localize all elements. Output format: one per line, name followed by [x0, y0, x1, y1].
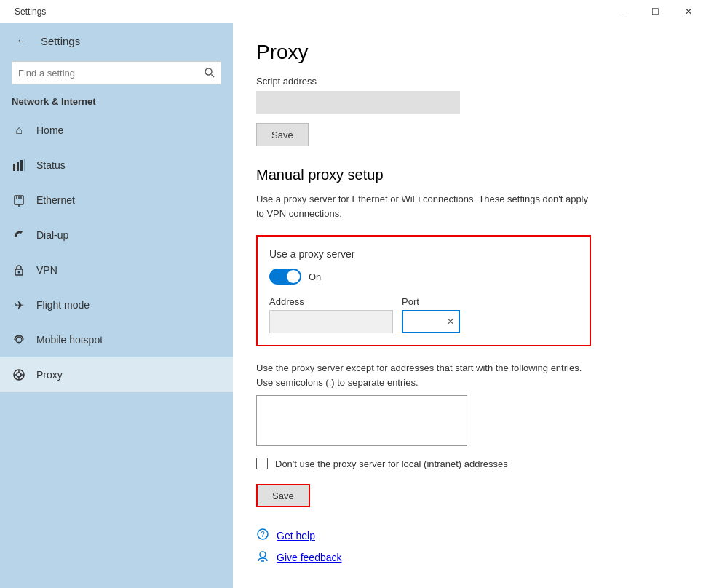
ethernet-icon-svg	[12, 194, 25, 207]
address-label: Address	[269, 296, 393, 307]
sidebar-item-label: Home	[36, 124, 63, 136]
dialup-icon	[12, 228, 26, 242]
sidebar-item-label: Mobile hotspot	[36, 334, 103, 346]
port-input[interactable]	[403, 317, 443, 327]
give-feedback-row[interactable]: Give feedback	[256, 549, 691, 565]
sidebar-item-label: Dial-up	[36, 229, 68, 241]
sidebar-item-label: VPN	[36, 264, 57, 276]
svg-text:?: ?	[261, 531, 265, 539]
vpn-icon	[12, 263, 26, 277]
search-button[interactable]	[199, 62, 221, 84]
close-button[interactable]: ✕	[672, 0, 705, 23]
svg-rect-3	[17, 162, 19, 171]
port-clear-button[interactable]: ✕	[443, 314, 459, 330]
svg-point-22	[260, 552, 266, 557]
sidebar-item-label: Flight mode	[36, 299, 90, 311]
get-help-link[interactable]: Get help	[277, 530, 315, 541]
title-bar-controls: ─ ☐ ✕	[605, 0, 705, 23]
app-body: ← Settings Network & Internet ⌂ Home	[0, 23, 714, 588]
search-input[interactable]	[12, 68, 199, 79]
status-icon-svg	[12, 159, 25, 172]
manual-section-title: Manual proxy setup	[256, 167, 691, 183]
sidebar-item-proxy[interactable]: Proxy	[0, 357, 233, 392]
toggle-row: On	[269, 269, 578, 285]
minimize-button[interactable]: ─	[605, 0, 638, 23]
title-bar: Settings ─ ☐ ✕	[0, 0, 714, 23]
sidebar-item-status[interactable]: Status	[0, 148, 233, 183]
svg-point-13	[18, 342, 20, 344]
dialup-icon-svg	[12, 229, 25, 242]
port-input-wrapper: ✕	[402, 310, 460, 333]
proxy-server-box: Use a proxy server On Address Port ✕	[256, 235, 591, 346]
sidebar-item-mobilehotspot[interactable]: Mobile hotspot	[0, 322, 233, 357]
svg-rect-5	[24, 159, 25, 171]
svg-rect-4	[20, 160, 23, 171]
svg-point-0	[205, 68, 212, 75]
save-button[interactable]: Save	[256, 484, 310, 507]
proxy-box-label: Use a proxy server	[269, 248, 578, 260]
svg-rect-2	[13, 164, 15, 171]
status-icon	[12, 158, 26, 172]
exceptions-textarea[interactable]	[256, 395, 467, 446]
address-port-row: Address Port ✕	[269, 296, 578, 333]
search-box	[12, 61, 221, 84]
address-field-group: Address	[269, 296, 393, 333]
proxy-icon-svg	[12, 368, 25, 381]
get-help-row[interactable]: ? Get help	[256, 528, 691, 544]
main-content: Proxy Script address Save Manual proxy s…	[233, 23, 714, 588]
script-address-input-display	[256, 91, 460, 114]
sidebar-item-home[interactable]: ⌂ Home	[0, 113, 233, 148]
maximize-button[interactable]: ☐	[638, 0, 672, 23]
sidebar-item-flightmode[interactable]: ✈ Flight mode	[0, 287, 233, 322]
mobilehotspot-icon	[12, 333, 26, 347]
sidebar-item-dialup[interactable]: Dial-up	[0, 218, 233, 253]
sidebar: ← Settings Network & Internet ⌂ Home	[0, 23, 233, 588]
search-icon	[205, 68, 215, 78]
give-feedback-link[interactable]: Give feedback	[277, 552, 342, 563]
vpn-icon-svg	[12, 263, 25, 277]
sidebar-section-label: Network & Internet	[0, 93, 233, 113]
back-button[interactable]: ←	[12, 31, 32, 51]
port-label: Port	[402, 296, 460, 307]
svg-point-12	[18, 271, 20, 274]
sidebar-header: ← Settings	[0, 23, 233, 58]
page-title: Proxy	[256, 41, 691, 64]
sidebar-app-title: Settings	[41, 35, 80, 47]
give-feedback-icon	[256, 549, 269, 565]
sidebar-item-label: Status	[36, 159, 66, 171]
sidebar-item-ethernet[interactable]: Ethernet	[0, 183, 233, 218]
address-input[interactable]	[269, 310, 393, 333]
sidebar-item-label: Proxy	[36, 369, 63, 381]
toggle-label: On	[309, 271, 321, 282]
checkbox-label: Don't use the proxy server for local (in…	[275, 458, 508, 469]
home-icon: ⌂	[12, 123, 26, 138]
proxy-icon	[12, 368, 26, 382]
ethernet-icon	[12, 193, 26, 207]
intranet-checkbox[interactable]	[256, 458, 268, 469]
sidebar-item-label: Ethernet	[36, 194, 75, 206]
toggle-knob	[287, 270, 300, 283]
script-address-label: Script address	[256, 76, 691, 87]
manual-description: Use a proxy server for Ethernet or WiFi …	[256, 192, 591, 220]
exceptions-label: Use the proxy server except for addresse…	[256, 361, 591, 389]
title-bar-title: Settings	[15, 7, 605, 17]
get-help-icon: ?	[256, 528, 269, 544]
svg-point-15	[17, 373, 21, 377]
flightmode-icon: ✈	[12, 298, 26, 312]
proxy-toggle[interactable]	[269, 269, 301, 285]
port-field-group: Port ✕	[402, 296, 460, 333]
checkbox-row: Don't use the proxy server for local (in…	[256, 458, 691, 469]
sidebar-item-vpn[interactable]: VPN	[0, 253, 233, 287]
save-top-button[interactable]: Save	[256, 123, 309, 146]
svg-line-1	[212, 75, 215, 78]
hotspot-icon-svg	[12, 333, 25, 346]
